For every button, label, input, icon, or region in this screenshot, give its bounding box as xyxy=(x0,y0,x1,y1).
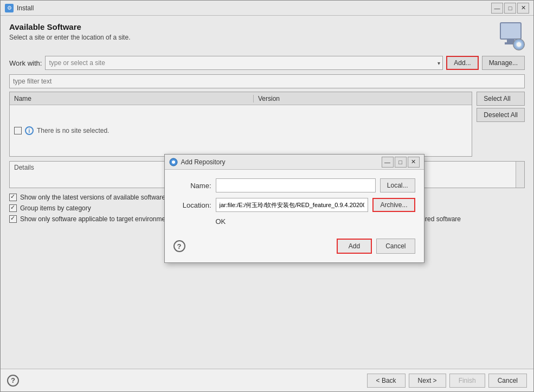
archive-button[interactable]: Archive... xyxy=(372,198,415,212)
modal-overlay: Add Repository — □ ✕ Name: Local... xyxy=(1,16,533,369)
local-button[interactable]: Local... xyxy=(380,178,415,192)
modal-footer-buttons: Add Cancel xyxy=(337,239,415,254)
add-repository-dialog: Add Repository — □ ✕ Name: Local... xyxy=(164,154,424,263)
modal-cancel-button[interactable]: Cancel xyxy=(376,239,415,254)
name-input[interactable] xyxy=(216,178,376,192)
maximize-button[interactable]: □ xyxy=(504,3,516,14)
window-controls: — □ ✕ xyxy=(491,3,529,14)
minimize-button[interactable]: — xyxy=(491,3,503,14)
ok-text: OK xyxy=(173,217,415,226)
content-area: Available Software Select a site or ente… xyxy=(1,16,533,369)
modal-maximize-button[interactable]: □ xyxy=(395,157,407,168)
modal-content: Name: Local... Location: Archive... OK xyxy=(165,170,424,234)
modal-help-icon[interactable]: ? xyxy=(173,240,185,252)
name-label: Name: xyxy=(173,182,211,190)
next-button[interactable]: Next > xyxy=(409,374,446,388)
modal-footer: ? Add Cancel xyxy=(165,234,424,262)
close-button[interactable]: ✕ xyxy=(517,3,529,14)
modal-title: Add Repository xyxy=(181,158,382,166)
modal-close-button[interactable]: ✕ xyxy=(408,157,420,168)
window-title: Install xyxy=(17,4,491,12)
svg-point-1 xyxy=(172,160,175,164)
location-input[interactable] xyxy=(216,198,369,212)
window-icon: ⚙ xyxy=(5,4,14,12)
footer-bar: ? < Back Next > Finish Cancel xyxy=(1,369,533,391)
modal-icon xyxy=(169,158,178,166)
modal-controls: — □ ✕ xyxy=(382,157,420,168)
back-button[interactable]: < Back xyxy=(367,374,406,388)
modal-title-bar: Add Repository — □ ✕ xyxy=(165,155,424,170)
location-label: Location: xyxy=(173,201,211,209)
modal-minimize-button[interactable]: — xyxy=(382,157,394,168)
finish-button[interactable]: Finish xyxy=(449,374,485,388)
footer-buttons: < Back Next > Finish Cancel xyxy=(367,374,527,388)
modal-add-button[interactable]: Add xyxy=(337,239,372,254)
main-window: ⚙ Install — □ ✕ Available Software Selec… xyxy=(0,0,534,392)
title-bar: ⚙ Install — □ ✕ xyxy=(1,1,533,16)
help-button[interactable]: ? xyxy=(7,375,19,387)
name-row: Name: Local... xyxy=(173,178,415,192)
location-row: Location: Archive... xyxy=(173,198,415,212)
cancel-button[interactable]: Cancel xyxy=(488,374,527,388)
